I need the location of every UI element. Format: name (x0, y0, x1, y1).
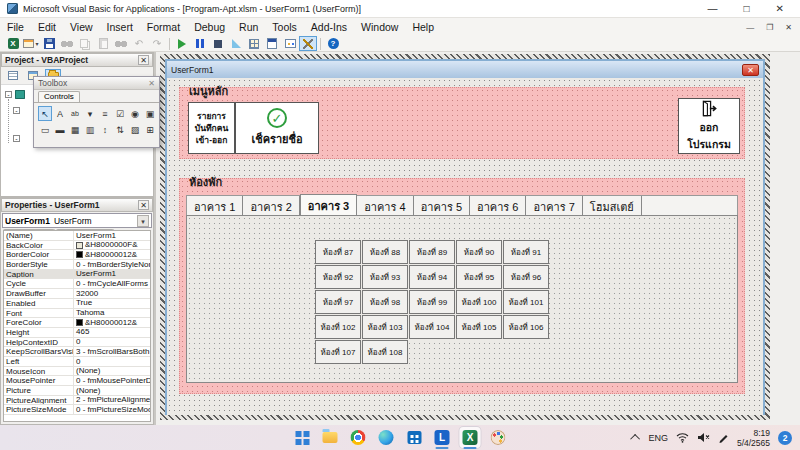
object-selector-dropdown[interactable]: UserForm1 UserForm ▾ (2, 213, 152, 228)
room-button[interactable]: ห้องที่ 107 (315, 340, 361, 364)
property-row[interactable]: HelpContextID0 (4, 338, 150, 348)
room-button[interactable]: ห้องที่ 108 (362, 340, 408, 364)
room-button[interactable]: ห้องที่ 106 (503, 315, 549, 339)
menu-format[interactable]: Format (140, 19, 187, 35)
tab-controls[interactable]: Controls (38, 91, 80, 102)
property-row[interactable]: DrawBuffer32000 (4, 289, 150, 299)
building-tab-page[interactable]: ห้องที่ 87ห้องที่ 88ห้องที่ 89ห้องที่ 90… (186, 215, 738, 383)
chrome-icon[interactable] (348, 427, 369, 448)
toolbox-titlebar[interactable]: Toolbox ✕ (34, 77, 159, 90)
room-button[interactable]: ห้องที่ 97 (315, 290, 361, 314)
property-row[interactable]: BackColor&H8000000F& (4, 241, 150, 251)
view-code-button[interactable] (5, 69, 21, 83)
line-app-icon[interactable]: L (432, 427, 453, 448)
tab-building-4[interactable]: อาคาร 4 (357, 196, 413, 215)
tabstrip-tool-icon[interactable]: ▦ (68, 122, 82, 137)
excel-icon[interactable]: X (460, 427, 481, 448)
room-button[interactable]: ห้องที่ 98 (362, 290, 408, 314)
property-row[interactable]: BorderStyle0 - fmBorderStyleNone (4, 260, 150, 270)
paste-button[interactable] (94, 36, 112, 51)
menu-view[interactable]: View (63, 19, 100, 35)
insert-userform-button[interactable]: ▾ (22, 36, 40, 51)
properties-panel-close-icon[interactable]: ✕ (138, 200, 149, 210)
mdi-restore-button[interactable]: ❐ (766, 23, 773, 32)
find-button[interactable] (112, 36, 130, 51)
multipage-tool-icon[interactable]: ▥ (83, 122, 97, 137)
togglebutton-tool-icon[interactable]: ▣ (143, 106, 157, 121)
room-button[interactable]: ห้องที่ 87 (315, 240, 361, 264)
tab-building-5[interactable]: อาคาร 5 (414, 196, 470, 215)
refedit-tool-icon[interactable]: ⊞ (143, 122, 157, 137)
check-names-button[interactable]: ✓ เช็ครายชื่อ (235, 102, 319, 154)
notification-badge[interactable]: 2 (778, 431, 792, 445)
paint-icon[interactable] (488, 427, 509, 448)
property-row[interactable]: KeepScrollBarsVisible3 - fmScrollBarsBot… (4, 347, 150, 357)
exit-program-button[interactable]: ออกโปรแกรม (678, 98, 740, 154)
help-button[interactable]: ? (324, 36, 342, 51)
combobox-tool-icon[interactable]: ▾ (83, 106, 97, 121)
save-button[interactable] (40, 36, 58, 51)
menu-help[interactable]: Help (405, 19, 441, 35)
menu-addins[interactable]: Add-Ins (304, 19, 354, 35)
view-excel-button[interactable]: X (4, 36, 22, 51)
tree-expander[interactable]: - (13, 107, 20, 114)
room-button[interactable]: ห้องที่ 105 (456, 315, 502, 339)
properties-window-button[interactable] (263, 36, 281, 51)
hidden-icons-chevron[interactable] (631, 434, 641, 444)
room-button[interactable]: ห้องที่ 103 (362, 315, 408, 339)
volume-muted-icon[interactable] (697, 432, 710, 443)
commandbutton-tool-icon[interactable]: ▬ (53, 122, 67, 137)
edge-icon[interactable] (376, 427, 397, 448)
room-button[interactable]: ห้องที่ 95 (456, 265, 502, 289)
checkbox-tool-icon[interactable]: ☑ (113, 106, 127, 121)
property-row[interactable]: MousePointer0 - fmMousePointerDefault (4, 376, 150, 386)
menu-debug[interactable]: Debug (187, 19, 232, 35)
frame-tool-icon[interactable]: ▭ (38, 122, 52, 137)
tree-expander[interactable]: - (5, 91, 12, 98)
menu-insert[interactable]: Insert (100, 19, 140, 35)
project-panel-close-icon[interactable]: ✕ (138, 55, 149, 65)
property-row[interactable]: BorderColor&H80000012& (4, 250, 150, 260)
close-button[interactable]: ✕ (776, 3, 784, 14)
userform-close-button[interactable]: ✕ (742, 64, 759, 76)
spinbutton-tool-icon[interactable]: ⇅ (113, 122, 127, 137)
room-button[interactable]: ห้องที่ 96 (503, 265, 549, 289)
tree-expander[interactable]: - (13, 135, 20, 142)
tab-building-1[interactable]: อาคาร 1 (187, 196, 243, 215)
menu-tools[interactable]: Tools (265, 19, 304, 35)
room-button[interactable]: ห้องที่ 94 (409, 265, 455, 289)
room-button[interactable]: ห้องที่ 93 (362, 265, 408, 289)
select-tool-icon[interactable]: ↖ (38, 106, 52, 121)
room-button[interactable]: ห้องที่ 101 (503, 290, 549, 314)
property-row[interactable]: (Name)UserForm1 (4, 231, 150, 241)
mdi-close-button[interactable]: ✕ (785, 23, 792, 32)
listbox-tool-icon[interactable]: ≡ (98, 106, 112, 121)
property-row[interactable]: Left0 (4, 357, 150, 367)
tab-building-3[interactable]: อาคาร 3 (300, 194, 357, 215)
toolbox-close-icon[interactable]: ✕ (148, 79, 155, 88)
room-button[interactable]: ห้องที่ 88 (362, 240, 408, 264)
entry-exit-records-button[interactable]: รายการ บันทึกคน เข้า-ออก (188, 102, 235, 154)
copy-button[interactable] (76, 36, 94, 51)
frame-main-menu[interactable]: เมนูหลัก รายการ บันทึกคน เข้า-ออก ✓ เช็ค… (179, 87, 745, 159)
mdi-minimize-button[interactable]: — (746, 23, 754, 32)
room-button[interactable]: ห้องที่ 91 (503, 240, 549, 264)
room-button[interactable]: ห้องที่ 99 (409, 290, 455, 314)
menu-file[interactable]: File (0, 19, 31, 35)
toolbox-button[interactable] (299, 36, 317, 51)
chevron-down-icon[interactable]: ▾ (137, 215, 149, 227)
label-tool-icon[interactable]: A (53, 106, 67, 121)
property-row[interactable]: ForeColor&H80000012& (4, 318, 150, 328)
room-button[interactable]: ห้องที่ 100 (456, 290, 502, 314)
file-explorer-icon[interactable] (320, 427, 341, 448)
room-button[interactable]: ห้องที่ 104 (409, 315, 455, 339)
property-row[interactable]: PictureAlignment2 - fmPictureAlignmentCe… (4, 396, 150, 406)
dropdown-caret-icon[interactable]: ▾ (35, 40, 38, 47)
menu-window[interactable]: Window (354, 19, 405, 35)
pen-icon[interactable] (718, 432, 729, 443)
design-mode-button[interactable] (227, 36, 245, 51)
room-button[interactable]: ห้องที่ 102 (315, 315, 361, 339)
store-icon[interactable] (404, 427, 425, 448)
cut-button[interactable] (58, 36, 76, 51)
property-row[interactable]: Picture(None) (4, 386, 150, 396)
